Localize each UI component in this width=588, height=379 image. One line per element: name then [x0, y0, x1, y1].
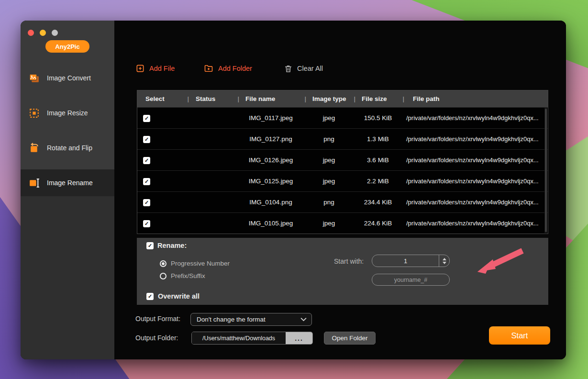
image-resize-icon — [28, 107, 40, 119]
rotate-flip-icon — [28, 142, 40, 154]
table-row[interactable]: IMG_0125.jpeg jpeg 2.2 MiB /private/var/… — [137, 170, 548, 191]
output-folder-label: Output Folder: — [135, 334, 178, 342]
start-with-label: Start with: — [334, 257, 364, 265]
row-image-type: jpeg — [304, 156, 354, 164]
window-controls — [28, 30, 58, 36]
start-button[interactable]: Start — [489, 326, 550, 345]
header-image-type: Image type — [312, 95, 346, 102]
sidebar-item-image-convert[interactable]: Image Convert — [21, 65, 114, 91]
table-row[interactable]: IMG_0105.jpeg jpeg 224.6 KiB /private/va… — [137, 212, 548, 234]
row-file-name: IMG_0117.jpeg — [237, 114, 304, 122]
scrollbar-thumb[interactable] — [545, 109, 547, 232]
progressive-number-radio[interactable] — [160, 260, 166, 267]
image-rename-icon — [28, 177, 40, 189]
row-checkbox[interactable] — [143, 178, 150, 185]
rename-checkbox[interactable] — [146, 242, 154, 249]
row-file-path: /private/var/folders/nz/xrvlwyln4w9dgkhv… — [402, 114, 548, 122]
sidebar-item-rotate-and-flip[interactable]: Rotate and Flip — [21, 134, 114, 161]
row-file-path: /private/var/folders/nz/xrvlwyln4w9dgkhv… — [402, 199, 548, 206]
row-checkbox[interactable] — [143, 199, 150, 206]
close-window-button[interactable] — [28, 30, 34, 36]
table-scrollbar[interactable] — [544, 108, 547, 233]
output-format-dropdown[interactable]: Don't change the format — [190, 313, 312, 326]
open-folder-button[interactable]: Open Folder — [324, 332, 376, 345]
prefix-suffix-option[interactable]: Prefix/Suffix — [160, 272, 205, 279]
table-row[interactable]: IMG_0117.jpeg jpeg 150.5 KiB /private/va… — [137, 107, 548, 128]
sidebar-item-image-resize[interactable]: Image Resize — [21, 100, 114, 126]
header-file-name: File name — [245, 95, 275, 102]
row-image-type: jpeg — [304, 178, 354, 185]
add-folder-icon — [203, 64, 214, 73]
add-folder-button[interactable]: Add Folder — [203, 62, 252, 75]
output-format-label: Output Format: — [135, 315, 180, 323]
row-file-size: 234.4 KiB — [354, 199, 402, 206]
table-row[interactable]: IMG_0126.jpeg jpeg 3.6 MiB /private/var/… — [137, 149, 548, 170]
sidebar: Any2Pic Image Convert Image Resize Rotat… — [21, 21, 114, 359]
trash-icon — [284, 64, 293, 73]
progressive-number-label: Progressive Number — [171, 260, 230, 267]
row-image-type: png — [304, 199, 354, 206]
output-folder-field: ... — [191, 332, 313, 345]
output-format-value: Don't change the format — [197, 316, 266, 323]
row-file-name: IMG_0125.jpeg — [237, 178, 304, 185]
add-file-label: Add File — [149, 65, 175, 72]
prefix-suffix-label: Prefix/Suffix — [171, 272, 205, 279]
table-row[interactable]: IMG_0127.png png 1.3 MiB /private/var/fo… — [137, 128, 548, 149]
stepper-down-icon[interactable] — [443, 262, 446, 264]
chevron-down-icon — [300, 317, 307, 322]
start-with-input[interactable] — [372, 257, 439, 265]
row-checkbox[interactable] — [143, 136, 150, 143]
row-file-name: IMG_0104.png — [237, 199, 304, 206]
browse-folder-button[interactable]: ... — [286, 332, 312, 344]
row-checkbox[interactable] — [143, 157, 150, 164]
clear-all-label: Clear All — [297, 65, 323, 72]
row-file-path: /private/var/folders/nz/xrvlwyln4w9dgkhv… — [402, 220, 548, 227]
sidebar-item-label: Image Convert — [47, 74, 91, 82]
app-logo-badge: Any2Pic — [45, 40, 89, 53]
row-file-size: 1.3 MiB — [354, 135, 402, 143]
overwrite-all-checkbox[interactable] — [146, 293, 154, 300]
row-checkbox[interactable] — [143, 220, 150, 227]
table-header: Select| Status| File name| Image type| F… — [137, 90, 548, 107]
header-file-path: File path — [413, 95, 440, 102]
spinner-stepper[interactable] — [439, 255, 449, 267]
row-file-size: 2.2 MiB — [354, 178, 402, 185]
zoom-window-button[interactable] — [52, 30, 58, 36]
header-status: Status — [196, 95, 215, 102]
row-checkbox[interactable] — [143, 115, 150, 122]
app-window: Any2Pic Image Convert Image Resize Rotat… — [21, 21, 566, 359]
stepper-up-icon[interactable] — [443, 258, 446, 260]
row-image-type: png — [304, 135, 354, 143]
name-pattern-input[interactable] — [372, 274, 450, 286]
row-image-type: jpeg — [304, 220, 354, 227]
image-convert-icon — [28, 72, 40, 84]
rename-panel: Rename: Progressive Number Prefix/Suffix… — [137, 238, 548, 305]
table-row[interactable]: IMG_0104.png png 234.4 KiB /private/var/… — [137, 191, 548, 212]
row-file-path: /private/var/folders/nz/xrvlwyln4w9dgkhv… — [402, 178, 548, 185]
row-file-size: 3.6 MiB — [354, 156, 402, 164]
sidebar-item-image-rename[interactable]: Image Rename — [21, 169, 114, 196]
row-file-name: IMG_0127.png — [237, 135, 304, 143]
clear-all-button[interactable]: Clear All — [284, 62, 323, 75]
overwrite-all-label: Overwrite all — [158, 292, 200, 300]
prefix-suffix-radio[interactable] — [160, 273, 166, 279]
row-file-path: /private/var/folders/nz/xrvlwyln4w9dgkhv… — [402, 156, 548, 164]
add-folder-label: Add Folder — [218, 65, 252, 72]
header-file-size: File size — [362, 95, 387, 102]
output-folder-input[interactable] — [192, 332, 286, 344]
add-file-button[interactable]: Add File — [135, 62, 175, 75]
sidebar-item-label: Image Resize — [47, 109, 88, 117]
row-file-name: IMG_0126.jpeg — [237, 156, 304, 164]
add-file-icon — [135, 64, 145, 73]
row-image-type: jpeg — [304, 114, 354, 122]
sidebar-item-label: Rotate and Flip — [47, 144, 92, 152]
row-file-path: /private/var/folders/nz/xrvlwyln4w9dgkhv… — [402, 135, 548, 143]
progressive-number-option[interactable]: Progressive Number — [160, 260, 230, 267]
file-table: Select| Status| File name| Image type| F… — [137, 90, 548, 234]
row-file-name: IMG_0105.jpeg — [237, 220, 304, 227]
sidebar-item-label: Image Rename — [47, 179, 93, 187]
start-with-spinner — [372, 255, 450, 267]
main-content: Add File Add Folder Clear All Select| St… — [114, 21, 566, 359]
minimize-window-button[interactable] — [40, 30, 46, 36]
rename-label: Rename: — [157, 242, 187, 249]
